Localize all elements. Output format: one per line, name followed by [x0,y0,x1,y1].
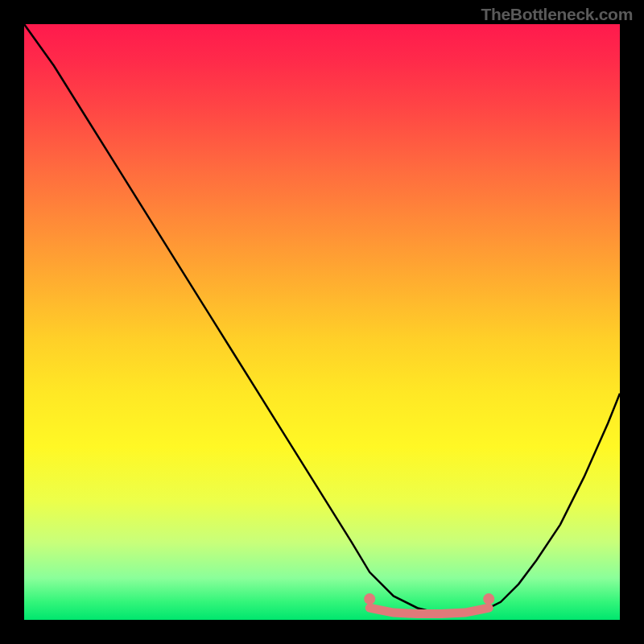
chart-line-curve [24,24,620,614]
chart-marker-dot [483,593,494,605]
chart-marker-band [364,593,494,614]
chart-marker-stroke [369,608,489,613]
watermark-text: TheBottleneck.com [481,5,633,24]
chart-svg [24,24,620,620]
chart-plot-area [24,24,620,620]
chart-marker-dot [364,593,375,605]
